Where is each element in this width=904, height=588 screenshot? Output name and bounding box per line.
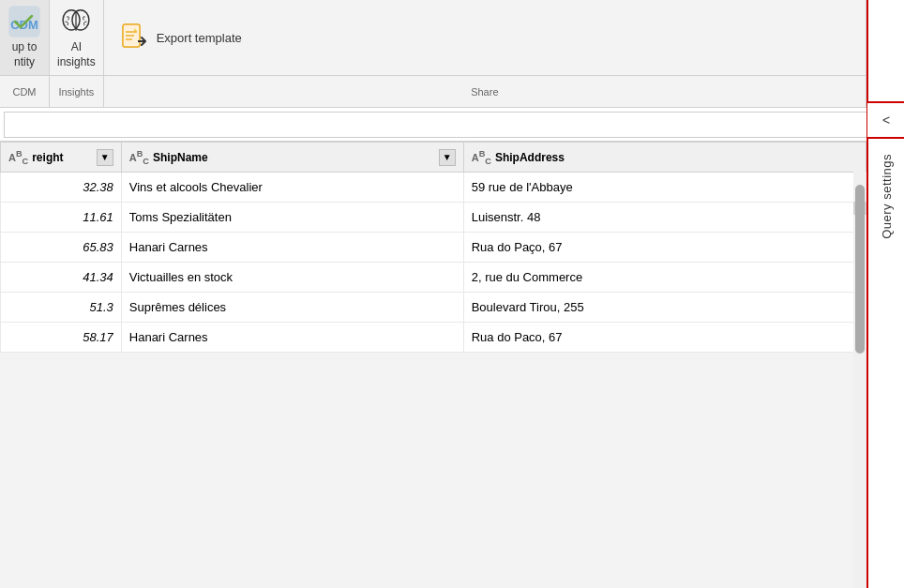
col-header-shipaddress: ABC ShipAddress <box>463 143 866 173</box>
svg-point-2 <box>63 10 80 30</box>
export-template-button[interactable]: Export template <box>104 0 257 75</box>
main-content: ABC reight ▼ ABC ShipName ▼ <box>0 142 866 588</box>
cdm-section-label: CDM <box>0 75 49 107</box>
toolbar: CDM up tontity CDM <box>0 0 904 108</box>
shipaddress-col-type: ABC <box>472 149 491 166</box>
cell-shipname: Victuailles en stock <box>121 263 463 293</box>
table-row: 65.83Hanari CarnesRua do Paço, 67 <box>1 233 866 263</box>
cell-freight: 58.17 <box>1 323 122 353</box>
data-table: ABC reight ▼ ABC ShipName ▼ <box>0 142 866 353</box>
cdm-icon: CDM <box>8 5 41 38</box>
ai-insights-label: AIinsights <box>57 40 96 69</box>
cdm-button[interactable]: CDM up tontity <box>0 0 49 75</box>
shipaddress-col-label: ShipAddress <box>495 151 565 164</box>
cell-shipaddress: 2, rue du Commerce <box>463 263 866 293</box>
cell-shipaddress: Luisenstr. 48 <box>463 203 866 233</box>
cell-freight: 41.34 <box>1 263 122 293</box>
cell-shipname: Vins et alcools Chevalier <box>121 173 463 203</box>
insights-section-label: Insights <box>50 75 103 107</box>
cell-shipname: Hanari Carnes <box>121 323 463 353</box>
cell-freight: 32.38 <box>1 173 122 203</box>
export-icon <box>119 23 149 53</box>
freight-filter-button[interactable]: ▼ <box>97 149 113 166</box>
cell-shipaddress: Rua do Paço, 67 <box>463 233 866 263</box>
shipname-col-type: ABC <box>129 149 149 166</box>
col-header-freight: ABC reight ▼ <box>1 143 122 173</box>
filter-input-area <box>4 112 870 138</box>
panel-toggle-button[interactable]: < <box>867 101 904 139</box>
cell-shipaddress: 59 rue de l'Abbaye <box>463 173 866 203</box>
freight-col-type: ABC <box>8 149 28 166</box>
toolbar-section-insights: AIinsights Insights <box>50 0 104 107</box>
brain-icon <box>59 5 93 38</box>
toolbar-section-cdm: CDM up tontity CDM <box>0 0 50 107</box>
ai-insights-button[interactable]: AIinsights <box>50 0 103 75</box>
cell-freight: 11.61 <box>1 203 122 233</box>
share-section-label: Share <box>104 75 866 107</box>
shipname-filter-button[interactable]: ▼ <box>439 149 456 166</box>
table-row: 58.17Hanari CarnesRua do Paco, 67 <box>1 323 866 353</box>
chevron-left-icon: < <box>882 113 890 128</box>
cdm-label: up tontity <box>12 40 38 69</box>
cell-freight: 51.3 <box>1 293 122 323</box>
scrollbar-thumb[interactable] <box>855 185 865 354</box>
cell-shipname: Toms Spezialitäten <box>121 203 463 233</box>
filter-bar: ∨ <box>0 108 904 142</box>
cell-shipname: Hanari Carnes <box>121 233 463 263</box>
cell-freight: 65.83 <box>1 233 122 263</box>
table-wrapper: ABC reight ▼ ABC ShipName ▼ <box>0 142 866 588</box>
table-header-row: ABC reight ▼ ABC ShipName ▼ <box>1 143 866 173</box>
table-row: 51.3Suprêmes délicesBoulevard Tirou, 255 <box>1 293 866 323</box>
cell-shipaddress: Boulevard Tirou, 255 <box>463 293 866 323</box>
table-row: 32.38Vins et alcools Chevalier59 rue de … <box>1 173 866 203</box>
cell-shipname: Suprêmes délices <box>121 293 463 323</box>
shipname-col-label: ShipName <box>153 151 208 164</box>
query-settings-panel: < Query settings <box>866 0 904 588</box>
table-row: 41.34Victuailles en stock2, rue du Comme… <box>1 263 866 293</box>
query-settings-label: Query settings <box>880 154 894 239</box>
table-row: 11.61Toms SpezialitätenLuisenstr. 48 <box>1 203 866 233</box>
scrollbar-track: ▲ <box>853 172 866 588</box>
cell-shipaddress: Rua do Paco, 67 <box>463 323 866 353</box>
toolbar-section-share: Export template Share <box>104 0 866 107</box>
freight-col-label: reight <box>32 151 63 164</box>
svg-point-3 <box>72 10 89 30</box>
col-header-shipname: ABC ShipName ▼ <box>121 143 463 173</box>
export-template-label: Export template <box>157 31 242 47</box>
